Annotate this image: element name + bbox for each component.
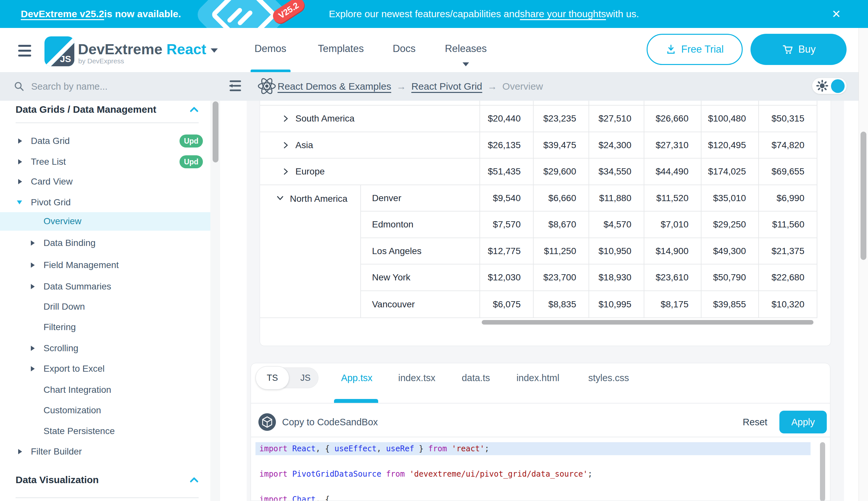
collapsed-arrow-icon[interactable] [31,284,35,289]
expand-row-icon[interactable] [265,114,290,123]
pivot-value-cell: $10,320 [758,291,817,318]
section-label: Data Grids / Data Management [15,104,156,115]
code-editor[interactable]: import React, { useEffect, useRef } from… [251,437,830,501]
devextreme-logo-icon[interactable]: JS [44,36,74,66]
lang-ts-option[interactable]: TS [255,366,289,390]
free-trial-button[interactable]: Free Trial [647,34,743,65]
sidebar-item-data-summaries[interactable]: Data Summaries [0,277,210,296]
code-scrollbar-thumb[interactable] [820,442,825,501]
content-gap [220,101,247,501]
collapsed-arrow-icon[interactable] [31,346,35,351]
sidebar-item-data-binding[interactable]: Data Binding [0,234,210,253]
lang-js-option[interactable]: JS [293,367,318,388]
sidebar-section-data-visualization[interactable]: Data Visualization [0,471,210,489]
sidebar-section-data-grids-data-management[interactable]: Data Grids / Data Management [0,101,210,119]
sidebar-scrollbar-thumb[interactable] [213,102,218,162]
banner-version-link[interactable]: DevExtreme v25.2 [21,9,104,20]
sidebar-item-filter-builder[interactable]: Filter Builder [0,443,210,461]
breadcrumb-demos-link[interactable]: React Demos & Examples [277,81,391,92]
sidebar-item-pivot-grid[interactable]: Pivot Grid [0,193,210,212]
code-tab-data-ts[interactable]: data.ts [462,367,490,388]
sidebar-item-scrolling[interactable]: Scrolling [0,339,210,358]
theme-toggle-knob[interactable] [831,79,845,93]
expanded-arrow-icon[interactable] [17,201,22,204]
sidebar-item-data-grid[interactable]: Data GridUpd [0,132,210,150]
pivot-value-cell: $4,570 [589,212,644,237]
upd-badge: Upd [179,135,203,148]
code-line: import React, { useEffect, useRef } from… [259,442,489,455]
logo-title[interactable]: DevExtreme React [78,41,218,58]
page-scrollbar-thumb[interactable] [860,131,866,260]
sidebar-item-label: Data Binding [44,238,96,248]
search-input[interactable] [31,81,175,92]
pivot-horizontal-scrollbar-thumb[interactable] [482,320,813,324]
sidebar-item-filtering[interactable]: Filtering [0,318,210,337]
sidebar-item-chart-integration[interactable]: Chart Integration [0,381,210,399]
code-tab-index-tsx[interactable]: index.tsx [398,367,435,388]
collapsed-arrow-icon[interactable] [31,241,35,246]
releases-dropdown-icon[interactable] [463,62,469,66]
pivot-value-cell: $12,775 [480,238,533,264]
search-box[interactable] [14,72,195,101]
code-line: import Chart, { [259,493,330,501]
sidebar-item-card-view[interactable]: Card View [0,172,210,191]
sidebar-item-label: Customization [44,405,101,416]
banner-left-text: DevExtreme v25.2 is now available. [21,0,181,28]
code-tab-index-html[interactable]: index.html [516,367,559,388]
collapsed-arrow-icon[interactable] [18,179,22,184]
pivot-value-cell: $44,490 [644,159,701,184]
collapsed-arrow-icon[interactable] [18,159,22,164]
buy-button[interactable]: Buy [750,34,847,65]
pivot-value-cell [701,101,758,105]
chevron-down-icon [211,49,218,53]
code-tab-app-tsx[interactable]: App.tsx [341,367,373,388]
sidebar-item-customization[interactable]: Customization [0,401,210,420]
sidebar-item-drill-down[interactable]: Drill Down [0,298,210,316]
theme-toggle[interactable] [812,78,847,94]
sidebar-item-field-management[interactable]: Field Management [0,256,210,275]
pivot-row-south-america: South America $20,440$23,235$27,510$26,6… [260,106,817,132]
codesandbox-icon[interactable] [259,413,276,431]
sidebar-item-export-to-excel[interactable]: Export to Excel [0,360,210,378]
chevron-up-icon [189,477,199,483]
close-icon[interactable]: ✕ [832,0,841,28]
pivot-value-cell: $12,030 [480,265,533,290]
breadcrumb-pivotgrid-link[interactable]: React Pivot Grid [411,81,482,92]
code-tab-styles-css[interactable]: styles.css [588,367,629,388]
row-label: Los Angeles [372,246,422,256]
hamburger-menu-icon[interactable] [18,45,31,56]
chevron-up-icon [189,106,199,113]
pivot-value-cell: $100,480 [701,106,758,131]
share-thoughts-link[interactable]: share your thoughts [520,9,606,20]
pivot-value-cell: $6,660 [533,185,589,211]
pivot-value-cell: $27,310 [644,132,701,158]
collapsed-arrow-icon[interactable] [31,263,35,268]
nav-templates[interactable]: Templates [318,28,364,70]
breadcrumb-current: Overview [503,81,543,92]
nav-demos[interactable]: Demos [254,28,286,70]
sidebar-divider [15,122,199,123]
collapsed-arrow-icon[interactable] [18,449,22,454]
reset-button[interactable]: Reset [740,413,770,431]
sidebar-item-label: Pivot Grid [31,197,71,207]
collapse-row-icon[interactable] [260,194,284,202]
apply-button[interactable]: Apply [779,411,827,434]
sidebar-item-state-persistence[interactable]: State Persistence [0,422,210,440]
pivot-value-cell: $34,550 [589,159,644,184]
active-tab-underline [334,399,378,403]
cart-icon [781,44,793,55]
collapsed-arrow-icon[interactable] [31,366,35,371]
collapse-toc-icon[interactable] [227,79,243,93]
nav-docs[interactable]: Docs [393,28,416,70]
pivot-value-cell: $50,790 [701,265,758,290]
collapsed-arrow-icon[interactable] [18,138,22,143]
page-scrollbar-track[interactable] [859,28,868,501]
sidebar-nav: Data Grids / Data ManagementData GridUpd… [0,101,210,501]
row-label: Denver [372,193,401,203]
expand-row-icon[interactable] [265,141,290,149]
content-gap-right [844,101,859,501]
expand-row-icon[interactable] [265,167,290,176]
sidebar-item-overview[interactable]: Overview [0,212,210,231]
copy-to-codesandbox-button[interactable]: Copy to CodeSandBox [282,413,378,431]
sidebar-item-tree-list[interactable]: Tree ListUpd [0,153,210,171]
